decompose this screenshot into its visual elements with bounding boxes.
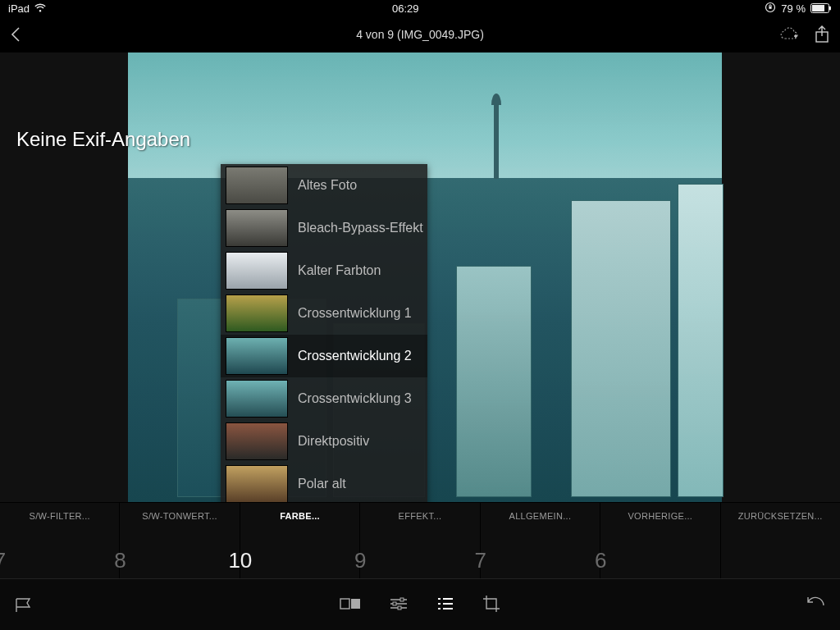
status-left: iPad xyxy=(8,2,46,15)
preset-thumb xyxy=(226,294,288,332)
svg-rect-4 xyxy=(829,7,831,11)
tab-count: 8 xyxy=(61,548,180,573)
header-title: 4 von 9 (IMG_0049.JPG) xyxy=(356,28,484,41)
preset-label: Kalter Farbton xyxy=(298,263,381,278)
preset-label: Polar alt xyxy=(298,477,346,491)
tab-count: 9 xyxy=(301,548,420,573)
presets-list-icon[interactable] xyxy=(436,596,454,614)
compare-icon[interactable] xyxy=(340,596,361,614)
preset-label: Crossentwicklung 3 xyxy=(298,391,412,406)
tab-count: 7 xyxy=(421,548,540,573)
tab-label: S/W-FILTER... xyxy=(0,511,119,521)
preset-tab-bar: S/W-FILTER...7S/W-TONWERT...8FARBE...10E… xyxy=(0,502,840,578)
bottom-toolbar xyxy=(0,578,840,630)
svg-rect-10 xyxy=(398,606,401,609)
orientation-lock-icon xyxy=(765,2,776,16)
preset-item[interactable]: Kalter Farbton xyxy=(221,249,427,292)
preset-thumb xyxy=(226,252,288,290)
preset-item[interactable]: Polar alt xyxy=(221,463,427,502)
sliders-icon[interactable] xyxy=(389,596,409,614)
tab-count: 10 xyxy=(180,548,299,573)
status-bar: iPad 06:29 79 % xyxy=(0,0,840,16)
exif-label: Keine Exif-Angaben xyxy=(16,128,190,151)
preset-item[interactable]: Direktpositiv xyxy=(221,420,427,463)
svg-rect-1 xyxy=(769,6,772,8)
header-right xyxy=(779,25,830,48)
tab-count: 7 xyxy=(0,548,60,573)
svg-rect-6 xyxy=(340,599,349,609)
header-bar: 4 von 9 (IMG_0049.JPG) xyxy=(0,16,840,52)
preset-thumb xyxy=(226,380,288,418)
svg-rect-9 xyxy=(393,602,396,605)
preset-item[interactable]: Crossentwicklung 1 xyxy=(221,292,427,335)
preset-thumb xyxy=(226,465,288,502)
crop-icon[interactable] xyxy=(482,595,500,616)
bldg-decoration xyxy=(456,266,532,497)
svg-rect-7 xyxy=(351,599,360,609)
tab-label: VORHERIGE... xyxy=(600,511,719,521)
preset-thumb xyxy=(226,209,288,247)
preset-thumb xyxy=(226,422,288,460)
cloud-add-icon[interactable] xyxy=(779,26,799,46)
wifi-icon xyxy=(34,3,46,13)
flag-icon[interactable] xyxy=(15,597,33,617)
svg-rect-8 xyxy=(400,598,404,601)
tower-decoration xyxy=(494,105,499,179)
preset-label: Direktpositiv xyxy=(298,434,369,449)
tab-label: ALLGEMEIN... xyxy=(481,511,600,521)
preset-label: Crossentwicklung 2 xyxy=(298,349,412,363)
preset-label: Altes Foto xyxy=(298,178,357,193)
preset-item[interactable]: Bleach-Bypass-Effekt xyxy=(221,207,427,249)
preset-thumb xyxy=(226,167,288,204)
photo-canvas[interactable]: Keine Exif-Angaben Altes FotoBleach-Bypa… xyxy=(0,52,840,502)
bottom-center xyxy=(340,595,500,616)
battery-icon xyxy=(810,3,832,13)
tab-label: EFFEKT... xyxy=(360,511,479,521)
tab-count: 6 xyxy=(541,548,660,573)
preset-tab[interactable]: ZURÜCKSETZEN... xyxy=(721,503,840,578)
preset-thumb xyxy=(226,337,288,375)
back-button[interactable] xyxy=(10,26,23,46)
preset-tab[interactable]: VORHERIGE...6 xyxy=(600,503,720,578)
preset-label: Crossentwicklung 1 xyxy=(298,306,412,321)
bldg-decoration xyxy=(678,184,724,497)
battery-label: 79 % xyxy=(781,2,806,15)
undo-icon[interactable] xyxy=(804,596,825,617)
tab-label: FARBE... xyxy=(240,511,359,521)
preset-item[interactable]: Altes Foto xyxy=(221,164,427,207)
share-icon[interactable] xyxy=(814,25,830,48)
status-right: 79 % xyxy=(765,2,832,16)
svg-rect-3 xyxy=(812,5,824,11)
preset-label: Bleach-Bypass-Effekt xyxy=(298,221,423,235)
device-label: iPad xyxy=(8,2,30,15)
tab-label: S/W-TONWERT... xyxy=(120,511,239,521)
bldg-decoration xyxy=(571,200,671,497)
tab-label: ZURÜCKSETZEN... xyxy=(721,511,840,521)
status-time: 06:29 xyxy=(392,2,419,15)
preset-item[interactable]: Crossentwicklung 2 xyxy=(221,335,427,377)
preset-panel[interactable]: Altes FotoBleach-Bypass-EffektKalter Far… xyxy=(221,164,427,502)
preset-item[interactable]: Crossentwicklung 3 xyxy=(221,377,427,420)
